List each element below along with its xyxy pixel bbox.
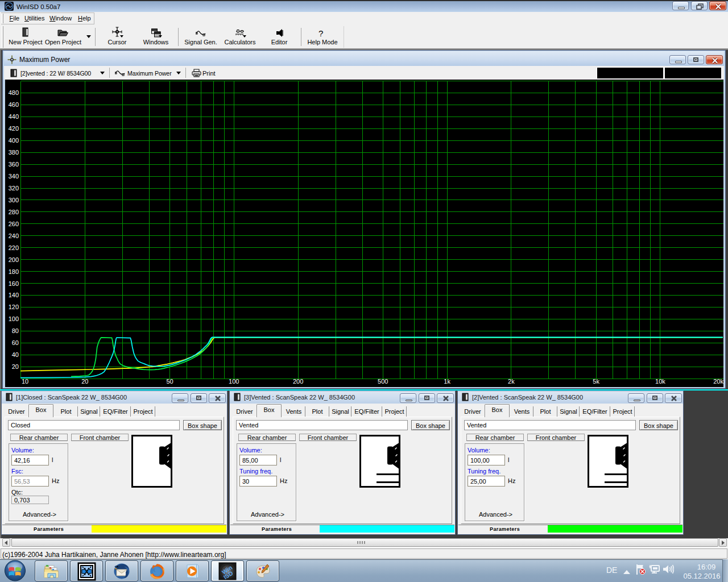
svg-text:180: 180 bbox=[9, 268, 19, 275]
svg-text:420: 420 bbox=[9, 125, 19, 132]
svg-text:160: 160 bbox=[9, 280, 19, 287]
svg-text:80: 80 bbox=[12, 327, 19, 334]
svg-text:10k: 10k bbox=[655, 378, 665, 385]
svg-text:50: 50 bbox=[166, 378, 173, 385]
svg-text:20: 20 bbox=[12, 363, 19, 370]
svg-text:20: 20 bbox=[81, 378, 88, 385]
svg-text:320: 320 bbox=[9, 185, 19, 192]
svg-text:280: 280 bbox=[9, 209, 19, 215]
svg-text:240: 240 bbox=[9, 232, 19, 239]
svg-text:400: 400 bbox=[9, 137, 19, 144]
svg-text:340: 340 bbox=[9, 173, 19, 180]
svg-text:60: 60 bbox=[12, 339, 19, 346]
svg-text:20k: 20k bbox=[713, 378, 723, 385]
svg-text:40: 40 bbox=[12, 351, 19, 358]
svg-text:2k: 2k bbox=[508, 378, 515, 385]
svg-text:200: 200 bbox=[9, 256, 19, 263]
svg-text:480: 480 bbox=[9, 89, 19, 96]
svg-text:200: 200 bbox=[293, 378, 303, 385]
svg-text:440: 440 bbox=[9, 113, 19, 120]
svg-text:140: 140 bbox=[9, 292, 19, 298]
svg-text:1k: 1k bbox=[444, 378, 450, 385]
svg-text:300: 300 bbox=[9, 197, 19, 203]
svg-text:100: 100 bbox=[229, 378, 239, 385]
svg-text:360: 360 bbox=[9, 161, 19, 168]
svg-text:500: 500 bbox=[378, 378, 388, 385]
svg-text:260: 260 bbox=[9, 221, 19, 227]
svg-text:220: 220 bbox=[9, 244, 19, 251]
svg-text:460: 460 bbox=[9, 101, 19, 108]
svg-text:100: 100 bbox=[9, 315, 19, 322]
svg-text:10: 10 bbox=[22, 378, 28, 385]
svg-text:380: 380 bbox=[9, 149, 19, 156]
svg-text:5k: 5k bbox=[593, 378, 599, 385]
svg-text:120: 120 bbox=[9, 304, 19, 310]
